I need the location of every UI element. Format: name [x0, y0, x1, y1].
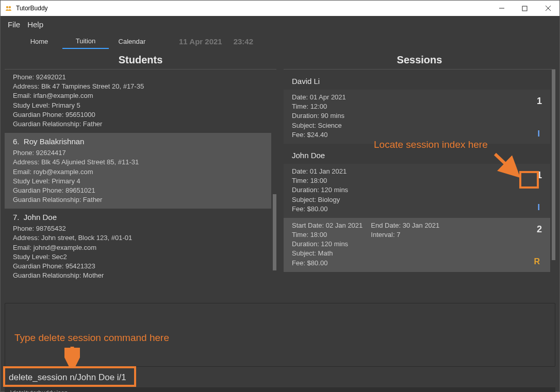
menu-file[interactable]: File	[8, 20, 20, 29]
sessions-title: Sessions	[284, 52, 555, 70]
current-time: 23:42	[234, 37, 253, 46]
sessions-list[interactable]: David LiDate: 01 Apr 2021Time: 12:00Dura…	[284, 70, 555, 300]
session-group: John DoeDate: 01 Jan 2021Time: 18:00Dura…	[284, 149, 550, 272]
student-guardian-relationship: Guardian Relationship: Mother	[13, 271, 266, 280]
students-scrollbar[interactable]	[273, 70, 276, 300]
session-card[interactable]: Date: 01 Jan 2021Time: 18:00Duration: 12…	[284, 164, 550, 218]
student-email: Email: irfan@example.com	[13, 91, 266, 100]
titlebar: TutorBuddy	[1, 1, 559, 16]
svg-rect-3	[522, 6, 527, 11]
content-area: Students Phone: 92492021Address: Blk 47 …	[1, 50, 559, 300]
session-fee: Fee: $80.00	[292, 204, 545, 214]
status-path: .\data\tutorbuddy.json	[9, 389, 68, 392]
statusbar: .\data\tutorbuddy.json	[5, 387, 555, 392]
tab-home[interactable]: Home	[16, 35, 62, 48]
student-card[interactable]: 6. Roy BalakrishnanPhone: 92624417Addres…	[5, 133, 271, 209]
session-fee: Fee: $24.40	[292, 130, 545, 140]
session-date: Date: 01 Jan 2021	[292, 167, 545, 176]
session-index: 2	[537, 223, 542, 236]
session-index: 1	[537, 95, 542, 108]
session-subject: Subject: Math	[292, 249, 363, 258]
student-phone: Phone: 92624417	[13, 148, 266, 158]
current-date: 11 Apr 2021	[179, 37, 222, 46]
student-guardian-phone: Guardian Phone: 89651021	[13, 186, 266, 195]
menu-help[interactable]: Help	[27, 20, 43, 29]
session-time: Time: 12:00	[292, 102, 545, 111]
command-bar	[5, 370, 555, 385]
student-phone: Phone: 92492021	[13, 73, 266, 82]
session-subject: Subject: Science	[292, 121, 545, 130]
svg-point-1	[9, 6, 11, 8]
student-guardian-relationship: Guardian Relationship: Father	[13, 120, 266, 129]
student-name: 6. Roy Balakrishnan	[13, 136, 266, 147]
session-time: Time: 18:00	[292, 176, 545, 185]
session-flag: I	[538, 202, 540, 213]
annotation-command-hint: Type delete session command here	[14, 332, 169, 344]
student-study-level: Study Level: Primary 5	[13, 101, 266, 110]
app-icon	[5, 4, 13, 12]
student-card[interactable]: Phone: 92492021Address: Blk 47 Tampines …	[5, 70, 271, 133]
arrow-to-command	[64, 346, 80, 368]
sessions-column: Sessions David LiDate: 01 Apr 2021Time: …	[284, 52, 555, 300]
student-card[interactable]: 7. John DoePhone: 98765432Address: John …	[5, 209, 271, 284]
students-title: Students	[5, 52, 276, 70]
command-input[interactable]	[9, 370, 135, 385]
tab-calendar[interactable]: Calendar	[109, 35, 155, 48]
window-controls	[490, 1, 559, 16]
session-fee: Fee: $80.00	[292, 259, 363, 268]
session-student-name: David Li	[284, 75, 550, 90]
student-email: Email: johnd@example.com	[13, 243, 266, 252]
session-student-name: John Doe	[284, 149, 550, 164]
tab-row: Home Tuition Calendar 11 Apr 2021 23:42	[1, 32, 559, 50]
session-time: Time: 18:00	[292, 230, 363, 240]
session-duration: Duration: 90 mins	[292, 111, 545, 121]
session-date: Date: 01 Apr 2021	[292, 93, 545, 102]
session-end-date: End Date: 30 Jan 2021	[371, 221, 439, 230]
maximize-button[interactable]	[513, 1, 536, 16]
session-duration: Duration: 120 mins	[292, 185, 545, 195]
session-flag: R	[534, 256, 540, 267]
close-button[interactable]	[536, 1, 559, 16]
student-guardian-relationship: Guardian Relationship: Father	[13, 195, 266, 204]
students-list[interactable]: Phone: 92492021Address: Blk 47 Tampines …	[5, 70, 276, 300]
session-flag: I	[538, 128, 540, 140]
session-card[interactable]: Date: 01 Apr 2021Time: 12:00Duration: 90…	[284, 90, 550, 144]
student-guardian-phone: Guardian Phone: 95651000	[13, 110, 266, 120]
students-column: Students Phone: 92492021Address: Blk 47 …	[5, 52, 276, 300]
menubar: File Help	[1, 16, 559, 32]
session-group: David LiDate: 01 Apr 2021Time: 12:00Dura…	[284, 75, 550, 144]
student-name: 7. John Doe	[13, 212, 266, 223]
session-duration: Duration: 120 mins	[292, 240, 363, 249]
result-area: Type delete session command here	[5, 303, 555, 367]
student-study-level: Study Level: Primary 4	[13, 177, 266, 186]
minimize-button[interactable]	[490, 1, 513, 16]
student-email: Email: royb@example.com	[13, 167, 266, 177]
student-address: Address: John street, Block 123, #01-01	[13, 233, 266, 243]
lower-pane: Type delete session command here .\data\…	[1, 300, 559, 391]
title-text: TutorBuddy	[16, 5, 48, 12]
session-index: 1	[537, 169, 542, 182]
app-window: TutorBuddy File Help Home Tuition Calend…	[0, 0, 560, 392]
session-subject: Subject: Biology	[292, 195, 545, 204]
tab-tuition[interactable]: Tuition	[62, 34, 109, 49]
session-card[interactable]: Start Date: 02 Jan 2021Time: 18:00Durati…	[284, 218, 550, 272]
sessions-scrollbar[interactable]	[552, 70, 555, 300]
student-address: Address: Blk 47 Tampines Street 20, #17-…	[13, 82, 266, 91]
session-interval: Interval: 7	[371, 230, 439, 240]
student-address: Address: Blk 45 Aljunied Street 85, #11-…	[13, 158, 266, 167]
svg-point-0	[6, 6, 8, 8]
student-guardian-phone: Guardian Phone: 95421323	[13, 262, 266, 271]
student-phone: Phone: 98765432	[13, 224, 266, 233]
session-start-date: Start Date: 02 Jan 2021	[292, 221, 363, 230]
student-study-level: Study Level: Sec2	[13, 252, 266, 262]
